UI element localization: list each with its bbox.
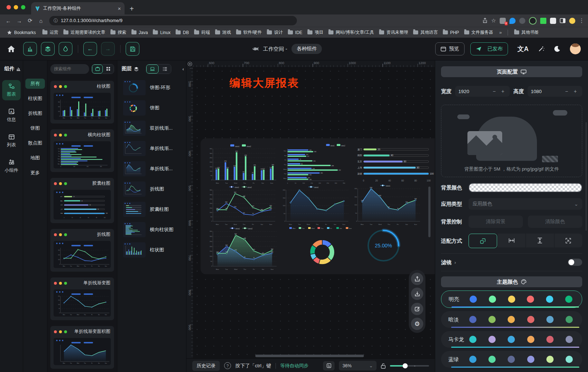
theme-color-dot[interactable] <box>508 296 515 303</box>
panel-scrollbar[interactable] <box>585 122 587 231</box>
extension-icon[interactable] <box>519 18 525 24</box>
bookmark-item[interactable]: DB <box>173 30 192 35</box>
back-icon[interactable]: ← <box>4 18 13 24</box>
tab-close-icon[interactable]: × <box>118 5 121 12</box>
url-bar[interactable]: ⓘ 127.0.0.1:3000/#/chart/home/9 <box>49 16 297 25</box>
translate-icon[interactable]: 文A <box>517 45 529 53</box>
theme-color-dot[interactable] <box>488 336 496 343</box>
zoom-window-button[interactable] <box>21 5 25 9</box>
theme-color-dot[interactable] <box>488 356 496 363</box>
fit-height-button[interactable] <box>526 234 554 247</box>
bookmark-item[interactable]: 文件服务器 <box>462 29 496 35</box>
settings-button[interactable]: ⚙ <box>411 318 423 330</box>
bookmark-item[interactable]: Linux <box>150 30 173 35</box>
extension-icon[interactable] <box>529 17 537 25</box>
user-avatar[interactable] <box>570 43 581 54</box>
extensions-puzzle-icon[interactable] <box>550 18 556 24</box>
bookmarks-overflow-icon[interactable]: » <box>497 30 504 35</box>
height-input[interactable]: 1080 − + <box>528 86 582 97</box>
chart-line-single-gradient[interactable]: 050100150200MonTueWedThuFriSatSundata1 <box>280 185 350 225</box>
bookmark-item[interactable]: 运营 <box>40 29 61 35</box>
shortcut-panel-button[interactable] <box>323 361 335 371</box>
extension-icon[interactable] <box>509 18 516 24</box>
search-input[interactable] <box>50 64 89 74</box>
theme-color-dot[interactable] <box>508 336 515 343</box>
extension-icon[interactable]: 9 <box>500 18 506 24</box>
dark-mode-moon-icon[interactable] <box>554 46 560 52</box>
theme-color-dot[interactable] <box>470 296 477 303</box>
layer-item[interactable]: 折线图 <box>119 179 184 199</box>
sidebar-toggle-icon[interactable] <box>560 18 566 23</box>
category-柱状图[interactable]: 柱状图 <box>25 93 45 104</box>
bookmark-item[interactable]: 前端 <box>192 29 213 35</box>
extension-icon[interactable] <box>540 18 546 24</box>
browser-tab[interactable]: 工作空间-各种组件 × <box>31 2 125 14</box>
chart-bar-grouped[interactable]: 050100150200250300350120130Mon200130Tue1… <box>206 143 277 184</box>
grid-view-button[interactable] <box>103 64 114 74</box>
layer-item[interactable]: 横向柱状图 <box>119 220 184 239</box>
forward-icon[interactable]: → <box>14 18 24 24</box>
layer-item[interactable]: 单折线渐... <box>119 139 184 158</box>
theme-color-dot[interactable] <box>469 336 476 343</box>
canvas-text-title[interactable]: 编辑大屏报表 <box>230 76 299 91</box>
sidebar-nav-信息[interactable]: A信息 <box>2 105 21 126</box>
category-折线图[interactable]: 折线图 <box>25 108 45 118</box>
bookmark-item[interactable]: Java <box>129 30 150 35</box>
chart-capsule-bar[interactable]: 厦门20南阳40北京60上海80新疆100020406080100 <box>351 145 435 182</box>
zoom-slider[interactable] <box>390 365 429 367</box>
sidebar-nav-列表[interactable]: 列表 <box>2 131 21 151</box>
fit-width-button[interactable] <box>498 234 526 247</box>
chart-bar-horizontal[interactable]: 050100150200250300350130160Sun110117Sat7… <box>280 143 350 184</box>
toolbox-view-button[interactable] <box>92 64 103 74</box>
theme-color-dot[interactable] <box>546 316 554 323</box>
canvas-viewport[interactable]: 6007008009001000110012001300 20030040050… <box>186 60 435 358</box>
bookmark-item[interactable]: 搜索 <box>108 29 129 35</box>
theme-row-蓝绿[interactable]: 蓝绿 <box>441 351 582 368</box>
zoom-select[interactable]: 36% ⌄ <box>339 361 377 371</box>
theme-color-dot[interactable] <box>508 356 515 363</box>
theme-color-dot[interactable] <box>508 316 515 323</box>
theme-row-明亮[interactable]: 明亮 <box>441 291 582 308</box>
theme-color-dot[interactable] <box>546 296 553 303</box>
redo-button[interactable]: → <box>101 42 115 56</box>
reload-icon[interactable]: ⟳ <box>25 17 35 24</box>
theme-color-dot[interactable] <box>546 336 554 343</box>
theme-row-马卡龙[interactable]: 马卡龙 <box>441 331 582 348</box>
page-config-tab[interactable]: 页面配置 <box>441 66 582 77</box>
theme-color-dot[interactable] <box>566 316 573 323</box>
bookmark-star-icon[interactable]: ☆ <box>491 17 496 24</box>
width-input[interactable]: 1920 − + <box>455 86 510 97</box>
background-upload-dropzone[interactable]: 背景图需小于 5M ，格式为 png/jpg/gif 的文件 <box>441 105 582 177</box>
theme-color-dot[interactable] <box>546 356 554 363</box>
fit-auto-button[interactable] <box>469 234 497 248</box>
theme-color-dot[interactable] <box>566 356 573 363</box>
bookmark-item[interactable]: PHP <box>440 30 462 35</box>
bookmark-item[interactable]: 网站/博客/文章/工具 <box>326 29 377 35</box>
bookmark-item[interactable]: 软件/硬件 <box>234 29 264 35</box>
stepper-buttons[interactable]: − + <box>565 88 579 94</box>
layer-item[interactable]: 双折线渐... <box>119 118 184 138</box>
dashboard-preview[interactable]: 050100150200250300350120130Mon200130Tue1… <box>201 138 435 274</box>
site-info-icon[interactable]: ⓘ <box>54 18 58 24</box>
bookmark-item[interactable]: 近期需要读的文章 <box>61 29 108 35</box>
workspace-name[interactable]: 各种组件 <box>291 44 322 54</box>
magic-wand-icon[interactable] <box>538 46 545 52</box>
theme-color-dot[interactable] <box>488 316 496 323</box>
theme-color-dot[interactable] <box>469 356 476 363</box>
minimize-window-button[interactable] <box>14 5 18 9</box>
theme-row-暗淡[interactable]: 暗淡 <box>441 311 582 328</box>
browser-menu-icon[interactable]: ⋮ <box>579 17 584 24</box>
theme-color-dot[interactable] <box>527 296 534 303</box>
horizontal-scrollbar[interactable] <box>255 355 364 357</box>
vertical-scrollbar[interactable] <box>428 187 430 237</box>
details-toggle-button[interactable] <box>59 42 72 56</box>
layer-item[interactable]: 单折线渐... <box>119 159 184 179</box>
bookmark-item[interactable]: 设计 <box>264 29 285 35</box>
chart-line-single-gradient-area[interactable]: 0501001502001202001508070110130MonTueWed… <box>351 183 422 225</box>
close-window-button[interactable] <box>7 5 11 9</box>
home-icon[interactable] <box>7 45 15 53</box>
theme-color-dot[interactable] <box>566 336 573 343</box>
theme-color-dot[interactable] <box>565 296 572 303</box>
thumbnail-view-button[interactable] <box>146 64 159 74</box>
filter-toggle[interactable] <box>568 259 582 266</box>
